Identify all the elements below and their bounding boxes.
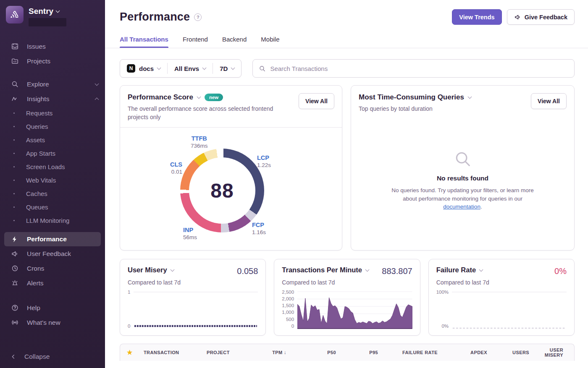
failure-rate-card: Failure Rate 0% Compared to last 7d 100%… <box>428 259 575 336</box>
sidebar-item-label: Performance <box>27 235 94 243</box>
column-project[interactable]: PROJECT <box>202 350 252 355</box>
failure-rate-line-chart[interactable] <box>452 291 567 329</box>
chevron-down-icon <box>157 66 161 70</box>
project-logo-icon: N <box>127 64 135 73</box>
sidebar-item-label: Caches <box>26 190 47 197</box>
bullet-icon <box>13 153 15 154</box>
sidebar-item-label: Assets <box>26 136 45 144</box>
sidebar-item-label: Screen Loads <box>26 163 65 170</box>
chevron-down-icon[interactable] <box>197 95 201 99</box>
sentry-logo-icon <box>6 6 24 23</box>
search-transactions-input[interactable] <box>270 65 568 72</box>
org-switcher[interactable]: Sentry <box>0 0 105 31</box>
column-p95[interactable]: P95 <box>340 350 382 355</box>
sidebar-item-insights[interactable]: Insights <box>0 91 105 106</box>
sidebar-item-requests[interactable]: Requests <box>0 106 105 120</box>
tpm-subtitle: Compared to last 7d <box>282 279 412 286</box>
environment-selector[interactable]: All Envs <box>168 60 213 77</box>
sidebar-item-whats-new[interactable]: What's new <box>0 315 105 330</box>
sidebar-item-help[interactable]: Help <box>0 300 105 315</box>
vital-ttfb[interactable]: TTFB 736ms <box>191 135 208 149</box>
sidebar-item-app-starts[interactable]: App Starts <box>0 146 105 160</box>
bullet-icon <box>13 112 15 114</box>
sidebar-item-caches[interactable]: Caches <box>0 187 105 200</box>
column-p50[interactable]: P50 <box>291 350 340 355</box>
page-help-icon[interactable]: ? <box>194 13 202 21</box>
user-misery-value: 0.058 <box>237 266 258 276</box>
chevron-down-icon[interactable] <box>479 267 483 271</box>
chevron-down-icon[interactable] <box>468 95 472 99</box>
column-transaction[interactable]: TRANSACTION <box>139 350 202 355</box>
tab-frontend[interactable]: Frontend <box>183 36 208 48</box>
chevron-down-icon <box>231 66 235 70</box>
sidebar-item-label: Crons <box>27 265 98 272</box>
pulse-icon <box>10 95 19 103</box>
performance-score-title: Performance Score <box>128 93 193 102</box>
user-misery-subtitle: Compared to last 7d <box>128 279 258 286</box>
help-icon <box>10 304 19 312</box>
performance-score-view-all-button[interactable]: View All <box>299 93 334 109</box>
clock-icon <box>10 264 19 272</box>
sidebar-item-queries[interactable]: Queries <box>0 120 105 133</box>
date-range-selector[interactable]: 7D <box>213 60 241 77</box>
vital-inp[interactable]: INP 56ms <box>183 227 197 240</box>
sidebar-item-assets[interactable]: Assets <box>0 133 105 146</box>
tab-backend[interactable]: Backend <box>222 36 247 48</box>
sidebar-item-queues[interactable]: Queues <box>0 200 105 214</box>
chevron-down-icon[interactable] <box>365 267 370 271</box>
give-feedback-button[interactable]: Give Feedback <box>507 9 575 25</box>
sidebar-collapse-button[interactable]: Collapse <box>0 347 105 368</box>
sidebar-item-performance[interactable]: Performance <box>4 232 101 246</box>
y-tick: 0% <box>441 324 449 329</box>
new-badge: new <box>205 94 223 101</box>
vital-cls[interactable]: CLS 0.01 <box>161 161 182 175</box>
vital-lcp[interactable]: LCP 1.22s <box>257 154 271 168</box>
sidebar-item-alerts[interactable]: Alerts <box>0 276 105 290</box>
page-title: Performance <box>120 10 190 23</box>
sidebar-item-issues[interactable]: Issues <box>0 39 105 54</box>
column-user-misery[interactable]: USER MISERY <box>533 347 567 358</box>
sidebar-item-crons[interactable]: Crons <box>0 261 105 276</box>
sidebar-item-explore[interactable]: Explore <box>0 77 105 91</box>
project-selector[interactable]: N docs <box>120 60 167 77</box>
megaphone-icon <box>514 13 521 21</box>
sidebar-item-label: Projects <box>27 57 98 65</box>
issues-icon <box>10 42 19 50</box>
tpm-card: Transactions Per Minute 883.807 Compared… <box>274 259 420 336</box>
sidebar-item-llm-monitoring[interactable]: LLM Monitoring <box>0 214 105 227</box>
queries-view-all-button[interactable]: View All <box>531 93 567 109</box>
user-misery-line-chart[interactable] <box>134 291 258 329</box>
column-tpm[interactable]: TPM↓ <box>252 350 291 355</box>
tab-mobile[interactable]: Mobile <box>261 36 279 48</box>
y-tick: 1,000 <box>282 310 294 315</box>
sidebar-item-screen-loads[interactable]: Screen Loads <box>0 160 105 173</box>
failure-rate-chart: 100% 0% <box>436 291 567 329</box>
tpm-area-chart[interactable] <box>297 291 412 329</box>
star-icon[interactable]: ★ <box>120 349 139 356</box>
page-filter-group: N docs All Envs 7D <box>120 59 242 78</box>
sidebar-item-web-vitals[interactable]: Web Vitals <box>0 173 105 187</box>
bullet-icon <box>13 139 15 141</box>
org-name-redacted <box>29 18 66 26</box>
column-failure-rate[interactable]: FAILURE RATE <box>382 350 442 355</box>
page-header: Performance ? View Trends Give Feedback … <box>105 0 588 48</box>
column-apdex[interactable]: APDEX <box>442 350 491 355</box>
chevron-down-icon[interactable] <box>170 267 174 271</box>
documentation-link[interactable]: documentation <box>443 204 480 210</box>
sidebar-item-projects[interactable]: Projects <box>0 54 105 68</box>
tab-all-transactions[interactable]: All Transactions <box>120 36 168 48</box>
vital-fcp[interactable]: FCP 1.16s <box>252 222 266 235</box>
tpm-value: 883.807 <box>382 266 412 276</box>
chevron-down-icon <box>95 81 99 86</box>
view-trends-button[interactable]: View Trends <box>452 9 501 25</box>
chevron-up-icon <box>95 98 99 102</box>
search-icon <box>453 149 472 169</box>
sidebar-item-user-feedback[interactable]: User Feedback <box>0 246 105 261</box>
column-users[interactable]: USERS <box>491 350 533 355</box>
siren-icon <box>10 279 19 287</box>
y-tick: 1,500 <box>282 303 294 308</box>
projects-icon <box>10 57 19 65</box>
sidebar-item-label: Explore <box>27 81 88 88</box>
user-misery-chart: 1 0 <box>128 291 258 329</box>
failure-rate-value: 0% <box>554 266 567 276</box>
